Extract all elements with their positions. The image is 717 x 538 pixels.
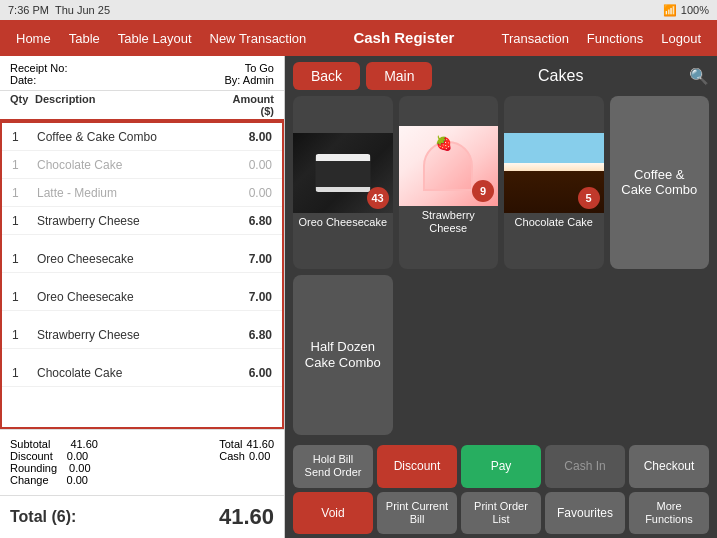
cash-in-button[interactable]: Cash In — [545, 445, 625, 487]
col-amt-header: Amount ($) — [219, 93, 274, 117]
product-name-oreo: Oreo Cheesecake — [294, 213, 391, 232]
grand-total-row: Total (6): 41.60 — [0, 495, 284, 538]
pay-button[interactable]: Pay — [461, 445, 541, 487]
product-name-strawberry: Strawberry Cheese — [399, 206, 499, 238]
receipt-panel: Receipt No: To Go Date: By: Admin Qty De… — [0, 56, 285, 538]
receipt-item — [2, 235, 282, 245]
cash-value: 0.00 — [249, 450, 270, 462]
product-name-half-dozen: Half Dozen Cake Combo — [293, 327, 393, 382]
nav-functions[interactable]: Functions — [579, 27, 651, 50]
nav-bar: Home Table Table Layout New Transaction … — [0, 20, 717, 56]
category-title: Cakes — [438, 67, 683, 85]
product-coffee-cake-combo[interactable]: Coffee & Cake Combo — [610, 96, 710, 269]
receipt-item[interactable]: 1 Latte - Medium 0.00 — [2, 179, 282, 207]
product-name-chocolate: Chocolate Cake — [511, 213, 597, 232]
by-label: By: Admin — [224, 74, 274, 86]
action-buttons: Hold Bill Send Order Discount Pay Cash I… — [285, 441, 717, 538]
receipt-header: Receipt No: To Go Date: By: Admin — [0, 56, 284, 91]
discount-button[interactable]: Discount — [377, 445, 457, 487]
receipt-col-headers: Qty Description Amount ($) — [0, 91, 284, 121]
product-badge-oreo: 43 — [367, 187, 389, 209]
status-bar: 7:36 PM Thu Jun 25 📶 100% — [0, 0, 717, 20]
receipt-item — [2, 349, 282, 359]
hold-bill-button[interactable]: Hold Bill Send Order — [293, 445, 373, 487]
action-row-1: Hold Bill Send Order Discount Pay Cash I… — [293, 445, 709, 487]
subtotal-label: Subtotal — [10, 438, 50, 450]
product-grid: 43 Oreo Cheesecake 🍓 9 Strawberry Cheese — [285, 96, 717, 441]
total-value: 41.60 — [246, 438, 274, 450]
receipt-item[interactable]: 1 Chocolate Cake 0.00 — [2, 151, 282, 179]
receipt-item[interactable]: 1 Strawberry Cheese 6.80 — [2, 321, 282, 349]
discount-value: 0.00 — [67, 450, 88, 462]
col-qty-header: Qty — [10, 93, 35, 117]
product-chocolate-cake[interactable]: 5 Chocolate Cake — [504, 96, 604, 269]
receipt-item[interactable]: 1 Strawberry Cheese 6.80 — [2, 207, 282, 235]
receipt-totals: Subtotal 41.60 Discount 0.00 Rounding 0.… — [0, 429, 284, 495]
battery-level: 100% — [681, 4, 709, 16]
receipt-item — [2, 273, 282, 283]
action-row-2: Void Print Current Bill Print Order List… — [293, 492, 709, 534]
change-value: 0.00 — [67, 474, 88, 486]
void-button[interactable]: Void — [293, 492, 373, 534]
status-day: Thu Jun 25 — [55, 4, 110, 16]
nav-logout[interactable]: Logout — [653, 27, 709, 50]
receipt-item[interactable]: 1 Oreo Cheesecake 7.00 — [2, 245, 282, 273]
nav-transaction[interactable]: Transaction — [493, 27, 576, 50]
nav-table[interactable]: Table — [61, 27, 108, 50]
more-functions-button[interactable]: More Functions — [629, 492, 709, 534]
to-go-label: To Go — [245, 62, 274, 74]
main-button[interactable]: Main — [366, 62, 432, 90]
product-oreo-cheesecake[interactable]: 43 Oreo Cheesecake — [293, 96, 393, 269]
cash-label: Cash — [219, 450, 245, 462]
nav-home[interactable]: Home — [8, 27, 59, 50]
wifi-icon: 📶 — [663, 4, 677, 17]
status-time: 7:36 PM — [8, 4, 49, 16]
top-buttons-row: Back Main Cakes 🔍 — [285, 56, 717, 96]
change-label: Change — [10, 474, 49, 486]
nav-table-layout[interactable]: Table Layout — [110, 27, 200, 50]
receipt-items: 1 Coffee & Cake Combo 8.00 1 Chocolate C… — [0, 121, 284, 429]
grand-total-label: Total (6): — [10, 508, 76, 526]
total-label: Total — [219, 438, 242, 450]
search-icon[interactable]: 🔍 — [689, 67, 709, 86]
nav-title: Cash Register — [353, 29, 454, 46]
print-current-bill-button[interactable]: Print Current Bill — [377, 492, 457, 534]
grand-total-value: 41.60 — [219, 504, 274, 530]
product-half-dozen[interactable]: Half Dozen Cake Combo — [293, 275, 393, 435]
date-label: Date: — [10, 74, 36, 86]
right-panel: Back Main Cakes 🔍 43 Oreo Cheesecake — [285, 56, 717, 538]
product-badge-chocolate: 5 — [578, 187, 600, 209]
col-desc-header: Description — [35, 93, 219, 117]
receipt-item[interactable]: 1 Chocolate Cake 6.00 — [2, 359, 282, 387]
checkout-button[interactable]: Checkout — [629, 445, 709, 487]
nav-new-transaction[interactable]: New Transaction — [202, 27, 315, 50]
back-button[interactable]: Back — [293, 62, 360, 90]
discount-label: Discount — [10, 450, 53, 462]
receipt-item — [2, 311, 282, 321]
receipt-item[interactable]: 1 Coffee & Cake Combo 8.00 — [2, 123, 282, 151]
subtotal-value: 41.60 — [70, 438, 98, 450]
print-order-list-button[interactable]: Print Order List — [461, 492, 541, 534]
receipt-no-label: Receipt No: — [10, 62, 67, 74]
favourites-button[interactable]: Favourites — [545, 492, 625, 534]
rounding-label: Rounding — [10, 462, 57, 474]
receipt-item[interactable]: 1 Oreo Cheesecake 7.00 — [2, 283, 282, 311]
product-strawberry-cheese[interactable]: 🍓 9 Strawberry Cheese — [399, 96, 499, 269]
rounding-value: 0.00 — [69, 462, 90, 474]
product-name-coffee-combo: Coffee & Cake Combo — [610, 155, 710, 210]
main-layout: Receipt No: To Go Date: By: Admin Qty De… — [0, 56, 717, 538]
